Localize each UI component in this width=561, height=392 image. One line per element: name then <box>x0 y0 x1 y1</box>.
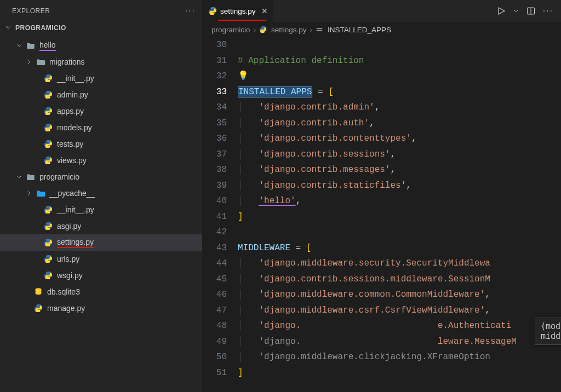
file-label: migrations <box>49 57 85 66</box>
py-icon <box>43 90 54 99</box>
file-urls.py[interactable]: urls.py <box>0 251 202 267</box>
py-icon <box>43 107 54 116</box>
tab-bar: settings.py ✕ ··· <box>203 0 561 22</box>
file-label: manage.py <box>47 304 85 313</box>
file-db.sqlite3[interactable]: db.sqlite3 <box>0 284 202 300</box>
py-icon <box>43 74 54 83</box>
svg-point-9 <box>49 146 50 147</box>
svg-point-2 <box>47 91 47 92</box>
tab-underline <box>218 20 266 21</box>
svg-point-8 <box>47 141 47 141</box>
editor-actions: ··· <box>497 6 561 16</box>
file-label: db.sqlite3 <box>47 287 80 296</box>
chevron-down-icon <box>15 42 23 49</box>
folder-__pycache__[interactable]: __pycache__ <box>0 185 202 201</box>
file-label: programicio <box>39 172 79 181</box>
file-label: hello <box>39 41 56 51</box>
svg-point-19 <box>49 261 50 262</box>
run-icon[interactable] <box>497 7 506 15</box>
file-label: models.py <box>57 123 92 132</box>
py-icon <box>43 140 54 148</box>
breadcrumb[interactable]: programicio › settings.py › INSTALLED_AP… <box>203 22 561 37</box>
svg-rect-29 <box>317 28 323 29</box>
file-label: views.py <box>57 156 87 165</box>
svg-point-20 <box>47 272 47 273</box>
chevron-down-icon[interactable] <box>513 8 519 14</box>
tab-settings[interactable]: settings.py ✕ <box>203 0 274 22</box>
svg-point-18 <box>47 256 47 256</box>
more-icon[interactable]: ··· <box>543 6 553 16</box>
folder-migrations[interactable]: migrations <box>0 54 202 70</box>
chevron-down-icon <box>15 173 23 181</box>
breadcrumb-item[interactable]: settings.py <box>271 26 307 34</box>
svg-point-15 <box>49 228 50 229</box>
py-icon <box>43 238 54 247</box>
folder-programicio[interactable]: programicio <box>0 169 202 185</box>
explorer-sidebar: EXPLORER ··· PROGRAMICIO hellomigrations… <box>0 0 203 392</box>
explorer-more-icon[interactable]: ··· <box>185 6 196 16</box>
svg-point-4 <box>47 108 47 108</box>
svg-point-5 <box>49 113 50 114</box>
chevron-down-icon <box>5 24 13 32</box>
file-admin.py[interactable]: admin.py <box>0 87 202 103</box>
svg-point-12 <box>47 206 47 207</box>
file-label: urls.py <box>57 255 79 263</box>
file-apps.py[interactable]: apps.py <box>0 103 202 119</box>
root-folder[interactable]: PROGRAMICIO <box>0 22 202 36</box>
symbol-icon <box>316 26 323 33</box>
file-label: __init__.py <box>57 205 94 214</box>
hover-tooltip: (module) middleware <box>535 318 561 345</box>
file-label: __init__.py <box>57 74 94 83</box>
svg-point-0 <box>47 75 47 76</box>
file-settings.py[interactable]: settings.py <box>0 234 202 251</box>
code-editor[interactable]: 3031323334353637383940414243444546474849… <box>203 37 561 392</box>
file-models.py[interactable]: models.py <box>0 119 202 136</box>
line-gutter: 3031323334353637383940414243444546474849… <box>203 37 238 392</box>
chevron-right-icon: › <box>254 26 256 34</box>
py-icon <box>43 271 54 280</box>
py-icon <box>33 304 44 313</box>
explorer-title: EXPLORER <box>12 7 50 15</box>
file-tree: hellomigrations__init__.pyadmin.pyapps.p… <box>0 36 202 392</box>
py-icon <box>43 123 54 132</box>
file-manage.py[interactable]: manage.py <box>0 300 202 316</box>
code-lines[interactable]: # Application definition💡INSTALLED_APPS … <box>238 37 561 392</box>
chevron-right-icon <box>25 189 33 197</box>
tooltip-name: middleware <box>541 331 561 341</box>
folder-icon <box>25 41 36 50</box>
svg-point-6 <box>47 124 47 125</box>
file-label: apps.py <box>57 107 84 116</box>
svg-point-25 <box>211 8 211 8</box>
pyfolder-icon <box>35 188 46 198</box>
file-label: asgi.py <box>57 222 81 230</box>
file-label: tests.py <box>57 140 83 148</box>
svg-point-21 <box>49 278 50 278</box>
svg-point-1 <box>49 80 50 81</box>
file-wsgi.py[interactable]: wsgi.py <box>0 267 202 284</box>
tab-label: settings.py <box>220 7 256 15</box>
breadcrumb-item[interactable]: INSTALLED_APPS <box>328 26 391 34</box>
file-label: admin.py <box>57 90 88 99</box>
svg-point-23 <box>37 305 37 305</box>
py-icon <box>43 205 54 214</box>
file-asgi.py[interactable]: asgi.py <box>0 218 202 234</box>
file-label: wsgi.py <box>57 271 83 280</box>
file-__init__.py[interactable]: __init__.py <box>0 70 202 87</box>
file-__init__.py[interactable]: __init__.py <box>0 201 202 218</box>
svg-point-14 <box>47 223 47 223</box>
svg-rect-30 <box>317 30 323 31</box>
svg-point-26 <box>214 13 214 14</box>
folder-hello[interactable]: hello <box>0 37 202 54</box>
breadcrumb-item[interactable]: programicio <box>211 26 250 34</box>
svg-point-13 <box>49 212 50 212</box>
svg-point-3 <box>49 97 50 97</box>
file-tests.py[interactable]: tests.py <box>0 136 202 152</box>
file-views.py[interactable]: views.py <box>0 152 202 169</box>
folder-icon <box>35 57 46 67</box>
close-icon[interactable]: ✕ <box>261 7 268 15</box>
chevron-right-icon: › <box>310 26 313 34</box>
split-editor-icon[interactable] <box>526 7 535 15</box>
explorer-header: EXPLORER ··· <box>0 0 202 22</box>
tooltip-kind: (module) <box>541 321 561 331</box>
db-icon <box>33 287 44 296</box>
